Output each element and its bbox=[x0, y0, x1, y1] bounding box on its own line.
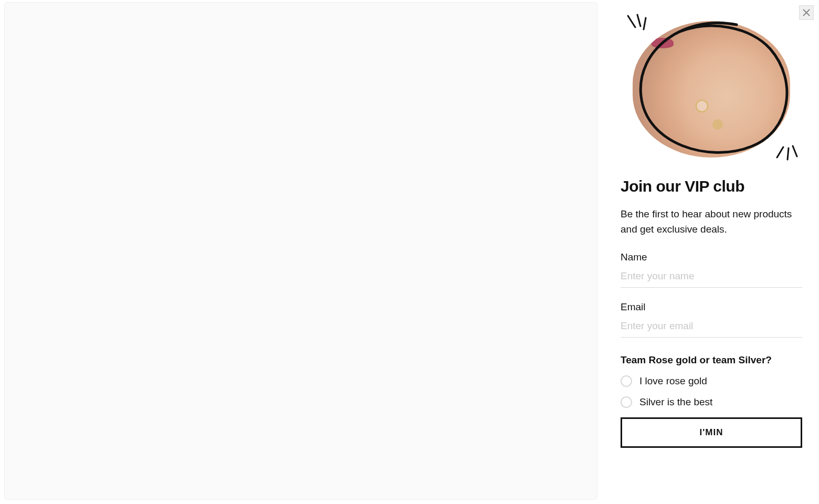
name-input[interactable] bbox=[621, 265, 802, 288]
radio-option-rose-gold[interactable]: I love rose gold bbox=[621, 375, 802, 387]
email-label: Email bbox=[621, 301, 802, 313]
radio-option-silver[interactable]: Silver is the best bbox=[621, 396, 802, 408]
submit-button[interactable]: I'MIN bbox=[621, 417, 802, 448]
panel-title: Join our VIP club bbox=[621, 177, 802, 195]
radio-label: Silver is the best bbox=[639, 396, 712, 408]
name-label: Name bbox=[621, 251, 802, 263]
sparkle-top-left-icon bbox=[625, 14, 649, 41]
radio-label: I love rose gold bbox=[639, 375, 707, 387]
radio-icon bbox=[621, 396, 632, 408]
sparkle-bottom-right-icon bbox=[774, 136, 800, 163]
vip-signup-panel: Join our VIP club Be the first to hear a… bbox=[604, 0, 819, 504]
main-canvas bbox=[4, 2, 597, 500]
preference-question: Team Rose gold or team Silver? bbox=[621, 354, 802, 366]
hero-image-area bbox=[621, 10, 802, 168]
panel-description: Be the first to hear about new products … bbox=[621, 207, 802, 237]
radio-icon bbox=[621, 375, 632, 387]
close-icon bbox=[803, 9, 810, 16]
hero-photo bbox=[633, 21, 790, 158]
email-input[interactable] bbox=[621, 315, 802, 338]
